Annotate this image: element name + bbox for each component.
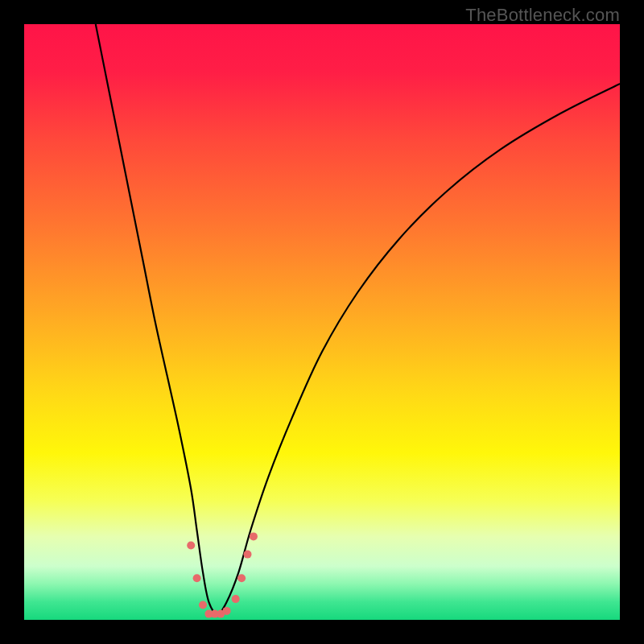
chart-frame: TheBottleneck.com (0, 0, 644, 644)
highlight-dot (250, 532, 258, 540)
highlight-dot (193, 574, 201, 582)
highlight-dot (223, 607, 231, 615)
highlight-dot (244, 551, 252, 559)
highlight-dot (237, 574, 246, 582)
highlight-dot (187, 542, 195, 550)
watermark-text: TheBottleneck.com (465, 5, 620, 26)
plot-area (24, 24, 620, 620)
highlight-dot (232, 595, 240, 603)
highlight-dot (199, 601, 207, 609)
chart-svg (24, 24, 620, 620)
